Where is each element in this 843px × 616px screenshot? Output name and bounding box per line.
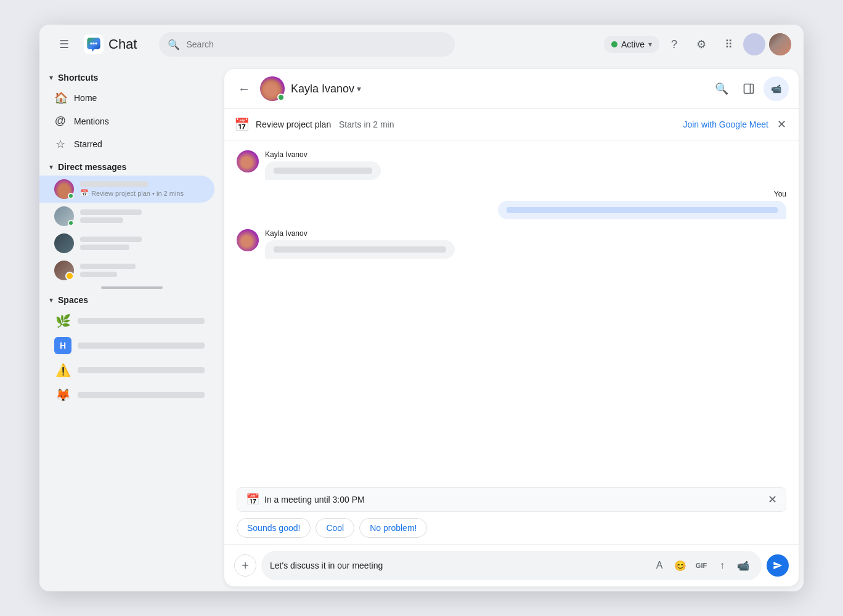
upload-button[interactable]: ↑ <box>712 556 732 575</box>
shortcuts-section: ▾ Shortcuts 🏠 Home @ Mentions ☆ Starred <box>39 69 224 156</box>
msg-bubble-1 <box>265 161 381 180</box>
status-label: Active <box>621 39 645 49</box>
spaces-section: ▾ Spaces 🌿 H ⚠️ 🦊 <box>39 291 224 407</box>
msg-text-placeholder-1 <box>274 168 372 174</box>
search-input[interactable] <box>186 39 446 49</box>
back-button[interactable]: ← <box>234 78 254 100</box>
meeting-info: Review project plan Starts in 2 min <box>256 119 677 130</box>
input-toolbar: A 😊 GIF ↑ 📹 <box>650 556 753 575</box>
send-message-button[interactable] <box>767 554 789 577</box>
space-item-4[interactable]: 🦊 <box>39 383 214 407</box>
space-emoji-4: 🦊 <box>54 386 71 403</box>
dm-notification-badge <box>65 272 74 280</box>
shortcuts-collapse-icon: ▾ <box>49 73 53 82</box>
dm-avatar-4 <box>54 261 74 280</box>
main-layout: ▾ Shortcuts 🏠 Home @ Mentions ☆ Starred <box>39 64 804 591</box>
direct-messages-section: ▾ Direct messages 📅 <box>39 158 224 289</box>
sidebar-item-starred[interactable]: ☆ Starred <box>39 132 214 156</box>
top-right-actions: Active ▾ ? ⚙ ⠿ <box>604 32 791 57</box>
spaces-title: Spaces <box>58 295 88 305</box>
direct-messages-header[interactable]: ▾ Direct messages <box>39 158 214 176</box>
svg-point-3 <box>95 43 97 44</box>
chat-search-button[interactable]: 🔍 <box>709 76 734 101</box>
msg-content-2: You <box>498 190 786 219</box>
dm-preview-kayla: Review project plan • in 2 mins <box>91 190 184 197</box>
shortcuts-title: Shortcuts <box>58 73 98 83</box>
app-window: ☰ Chat 🔍 <box>39 25 804 591</box>
input-bar: + A 😊 GIF ↑ 📹 <box>224 544 799 586</box>
meeting-banner: 📅 Review project plan Starts in 2 min Jo… <box>224 109 799 140</box>
account-switcher-placeholder <box>743 33 765 55</box>
top-bar: ☰ Chat 🔍 <box>39 25 804 64</box>
google-chat-logo-icon <box>84 34 104 54</box>
menu-button[interactable]: ☰ <box>52 32 76 57</box>
search-icon: 🔍 <box>168 39 180 51</box>
join-google-meet-button[interactable]: Join with Google Meet <box>683 120 768 129</box>
messages-area[interactable]: Kayla Ivanov You <box>224 140 799 487</box>
side-panel-button[interactable] <box>736 76 761 101</box>
chat-panel: ← Kayla Ivanov ▾ 🔍 <box>224 69 799 586</box>
msg-avatar-kayla-3 <box>237 229 259 251</box>
dm-item-kayla[interactable]: 📅 Review project plan • in 2 mins <box>39 176 214 203</box>
message-input[interactable] <box>270 561 646 570</box>
dm-item-4[interactable] <box>39 257 214 284</box>
add-attachment-button[interactable]: + <box>234 554 256 577</box>
sidebar-item-home[interactable]: 🏠 Home <box>39 86 214 110</box>
space-name-placeholder-1 <box>78 318 205 324</box>
apps-grid-button[interactable]: ⠿ <box>716 32 741 57</box>
dm-item-3[interactable] <box>39 230 214 257</box>
spaces-header[interactable]: ▾ Spaces <box>39 291 214 309</box>
space-item-1[interactable]: 🌿 <box>39 309 214 333</box>
dm-online-indicator <box>68 193 74 199</box>
close-status-chip-button[interactable]: ✕ <box>768 493 777 506</box>
gif-button[interactable]: GIF <box>691 556 711 575</box>
format-text-button[interactable]: A <box>650 556 669 575</box>
svg-point-2 <box>92 43 94 44</box>
dm-item-2[interactable] <box>39 203 214 230</box>
emoji-button[interactable]: 😊 <box>670 556 690 575</box>
close-meeting-banner-button[interactable]: ✕ <box>775 115 789 134</box>
online-status-dot <box>611 41 617 47</box>
help-button[interactable]: ? <box>662 32 686 57</box>
gif-label: GIF <box>696 562 707 569</box>
dm-collapse-icon: ▾ <box>49 163 53 171</box>
space-item-3[interactable]: ⚠️ <box>39 358 214 383</box>
quick-reply-no-problem[interactable]: No problem! <box>359 518 427 538</box>
user-avatar[interactable] <box>769 33 791 55</box>
contact-name-button[interactable]: Kayla Ivanov ▾ <box>291 83 361 95</box>
spaces-collapse-icon: ▾ <box>49 296 53 304</box>
msg-text-placeholder-3 <box>274 246 446 253</box>
status-button[interactable]: Active ▾ <box>604 36 659 53</box>
space-item-2[interactable]: H <box>39 333 214 358</box>
shortcuts-header[interactable]: ▾ Shortcuts <box>39 69 214 86</box>
dm-content-4 <box>80 264 205 277</box>
message-group-1: Kayla Ivanov <box>237 150 786 180</box>
message-group-3: Kayla Ivanov <box>237 229 786 259</box>
dm-content-2 <box>80 209 205 223</box>
chat-header: ← Kayla Ivanov ▾ 🔍 <box>224 69 799 109</box>
status-chip-left: 📅 In a meeting until 3:00 PM <box>246 493 365 506</box>
quick-reply-cool[interactable]: Cool <box>316 518 354 538</box>
dm-avatar-3 <box>54 233 74 253</box>
space-name-placeholder-4 <box>78 392 205 398</box>
dm-content-kayla: 📅 Review project plan • in 2 mins <box>80 181 205 197</box>
message-input-wrapper: A 😊 GIF ↑ 📹 <box>261 551 762 580</box>
msg-bubble-2 <box>498 201 786 219</box>
quick-replies: Sounds good! Cool No problem! <box>224 512 799 544</box>
settings-button[interactable]: ⚙ <box>689 32 714 57</box>
meeting-time <box>334 120 336 129</box>
contact-avatar <box>260 76 285 101</box>
svg-point-1 <box>90 43 92 44</box>
chat-header-actions: 🔍 📹 <box>709 76 789 101</box>
search-bar: 🔍 <box>159 32 455 57</box>
chevron-down-icon: ▾ <box>648 40 652 49</box>
quick-reply-sounds-good[interactable]: Sounds good! <box>237 518 311 538</box>
meeting-status-text: In a meeting until 3:00 PM <box>264 495 365 505</box>
add-video-button[interactable]: 📹 <box>733 556 753 575</box>
space-name-placeholder-3 <box>78 367 205 373</box>
msg-avatar-kayla-1 <box>237 150 259 172</box>
space-emoji-3: ⚠️ <box>54 362 71 379</box>
sidebar-item-mentions[interactable]: @ Mentions <box>39 110 214 132</box>
start-video-call-button[interactable]: 📹 <box>764 76 789 101</box>
msg-bubble-3 <box>265 240 455 259</box>
